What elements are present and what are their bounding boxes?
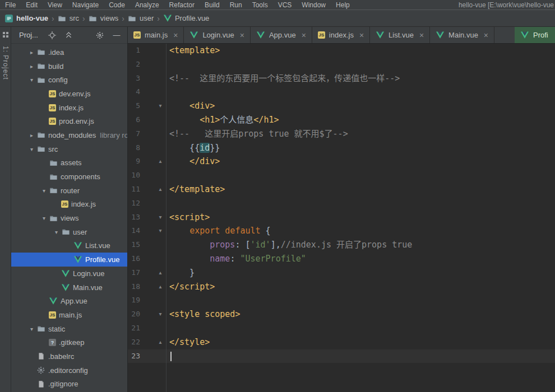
gutter-line-22[interactable]: 22▴ (128, 335, 166, 349)
close-icon[interactable]: × (484, 31, 488, 40)
gutter-line-21[interactable]: 21 (128, 321, 166, 335)
editor-tab-Main.vue[interactable]: Main.vue× (430, 27, 494, 43)
fold-down-icon[interactable]: ▾ (156, 307, 164, 321)
gutter-line-6[interactable]: 6 (128, 113, 166, 127)
tree-item-config[interactable]: ▾config (11, 73, 127, 87)
tree-item-main.js[interactable]: JSmain.js (11, 308, 127, 322)
gutter-line-17[interactable]: 17▴ (128, 266, 166, 280)
tree-item-static[interactable]: ▾static (11, 322, 127, 336)
settings-gear-icon[interactable] (95, 31, 105, 40)
gutter-line-15[interactable]: 15 (128, 238, 166, 252)
menu-item-help[interactable]: Help (331, 1, 355, 9)
hide-panel-icon[interactable]: — (112, 31, 122, 40)
collapse-all-icon[interactable] (64, 31, 74, 40)
tree-item-List.vue[interactable]: List.vue (11, 239, 127, 253)
editor-tab-List.vue[interactable]: List.vue× (370, 27, 430, 43)
close-icon[interactable]: × (173, 31, 178, 40)
gutter-line-7[interactable]: 7 (128, 127, 166, 141)
menu-item-vcs[interactable]: VCS (273, 1, 297, 9)
menu-item-window[interactable]: Window (297, 1, 331, 9)
gutter-line-9[interactable]: 9▴ (128, 155, 166, 169)
tree-item-router[interactable]: ▾router (11, 184, 127, 198)
breadcrumb-item-views[interactable]: views (89, 14, 119, 23)
tree-item-.idea[interactable]: ▸.idea (11, 45, 127, 59)
gutter-line-23[interactable]: 23 (128, 349, 166, 363)
tree-item-.editorconfig[interactable]: .editorconfig (11, 363, 127, 377)
chevron-down-icon[interactable]: ▾ (27, 77, 36, 83)
breadcrumb-item-src[interactable]: src (58, 14, 79, 23)
tree-item-App.vue[interactable]: App.vue (11, 294, 127, 308)
menu-item-view[interactable]: View (43, 1, 67, 9)
chevron-down-icon[interactable]: ▾ (52, 229, 61, 235)
chevron-down-icon[interactable]: ▾ (27, 146, 36, 152)
gutter-line-2[interactable]: 2 (128, 58, 166, 72)
fold-up-icon[interactable]: ▴ (156, 266, 164, 280)
fold-down-icon[interactable]: ▾ (156, 99, 164, 113)
tree-item-.gitignore[interactable]: .gitignore (11, 377, 127, 391)
locate-icon[interactable] (47, 31, 57, 40)
tree-item-src[interactable]: ▾src (11, 142, 127, 156)
tree-item-index.js[interactable]: JSindex.js (11, 198, 127, 212)
chevron-down-icon[interactable]: ▾ (39, 215, 49, 221)
chevron-right-icon[interactable]: ▸ (27, 63, 36, 69)
close-icon[interactable]: × (302, 31, 306, 40)
chevron-down-icon[interactable]: ▾ (27, 326, 36, 332)
gutter-line-4[interactable]: 4 (128, 85, 166, 99)
gutter-line-12[interactable]: 12 (128, 197, 166, 211)
editor-tab-Login.vue[interactable]: Login.vue× (184, 27, 251, 43)
gutter-line-3[interactable]: 3 (128, 72, 166, 86)
gutter-line-18[interactable]: 18▴ (128, 280, 166, 294)
close-icon[interactable]: × (240, 31, 244, 40)
editor-tab-main.js[interactable]: JSmain.js× (128, 27, 184, 43)
gutter-line-10[interactable]: 10 (128, 169, 166, 183)
menu-item-file[interactable]: File (0, 1, 21, 9)
gutter-line-11[interactable]: 11▴ (128, 183, 166, 197)
tree-item-components[interactable]: components (11, 170, 127, 184)
tree-item-prod.env.js[interactable]: JSprod.env.js (11, 114, 127, 128)
chevron-right-icon[interactable]: ▸ (27, 49, 36, 55)
breadcrumb-item-hello-vue[interactable]: hello-vue (4, 14, 48, 23)
tree-item-user[interactable]: ▾user (11, 225, 127, 239)
fold-up-icon[interactable]: ▴ (156, 183, 164, 197)
gutter-line-8[interactable]: 8 (128, 141, 166, 155)
project-panel-title[interactable]: Proj... (19, 31, 38, 39)
breadcrumb-item-Profile.vue[interactable]: Profile.vue (163, 14, 209, 23)
tree-item-views[interactable]: ▾views (11, 211, 127, 225)
gutter-line-19[interactable]: 19 (128, 293, 166, 307)
tool-windows-grid-icon[interactable] (2, 31, 9, 38)
tree-item-Profile.vue[interactable]: Profile.vue (11, 253, 127, 267)
editor-tab-index.js[interactable]: JSindex.js× (312, 27, 370, 43)
gutter-line-1[interactable]: 1 (128, 44, 166, 58)
fold-up-icon[interactable]: ▴ (156, 280, 164, 294)
editor-tab-Profi[interactable]: Profi (515, 27, 555, 43)
gutter-line-20[interactable]: 20▾ (128, 307, 166, 321)
chevron-right-icon[interactable]: ▸ (27, 132, 36, 138)
menu-item-run[interactable]: Run (225, 1, 247, 9)
tree-item-dev.env.js[interactable]: JSdev.env.js (11, 87, 127, 101)
tree-item-build[interactable]: ▸build (11, 59, 127, 73)
menu-item-analyze[interactable]: Analyze (130, 1, 164, 9)
editor-code[interactable]: 1<template>23<!-- 这里的东西要用一个标签包含起来，传递值也一样… (128, 44, 555, 392)
gutter-line-13[interactable]: 13▾ (128, 211, 166, 225)
fold-down-icon[interactable]: ▾ (156, 224, 164, 238)
tree-item-Login.vue[interactable]: Login.vue (11, 267, 127, 281)
tree-item-.babelrc[interactable]: .babelrc (11, 349, 127, 363)
tree-item-index.js[interactable]: JSindex.js (11, 101, 127, 115)
gutter-line-14[interactable]: 14▾ (128, 224, 166, 238)
fold-up-icon[interactable]: ▴ (156, 335, 164, 349)
menu-item-build[interactable]: Build (200, 1, 225, 9)
tree-item-node_modules[interactable]: ▸node_moduleslibrary ro (11, 128, 127, 142)
tree-item-assets[interactable]: assets (11, 156, 127, 170)
gutter-line-5[interactable]: 5▾ (128, 99, 166, 113)
menu-item-navigate[interactable]: Navigate (67, 1, 104, 9)
close-icon[interactable]: × (359, 31, 364, 40)
close-icon[interactable]: × (419, 31, 424, 40)
project-tool-window-button[interactable]: 1: Project (2, 46, 10, 80)
editor-tab-App.vue[interactable]: App.vue× (251, 27, 312, 43)
tree-item-Main.vue[interactable]: Main.vue (11, 281, 127, 295)
menu-item-code[interactable]: Code (104, 1, 130, 9)
tree-item-.gitkeep[interactable]: ?.gitkeep (11, 335, 127, 349)
fold-up-icon[interactable]: ▴ (156, 155, 164, 169)
breadcrumb-item-user[interactable]: user (128, 14, 154, 23)
chevron-down-icon[interactable]: ▾ (39, 188, 49, 194)
